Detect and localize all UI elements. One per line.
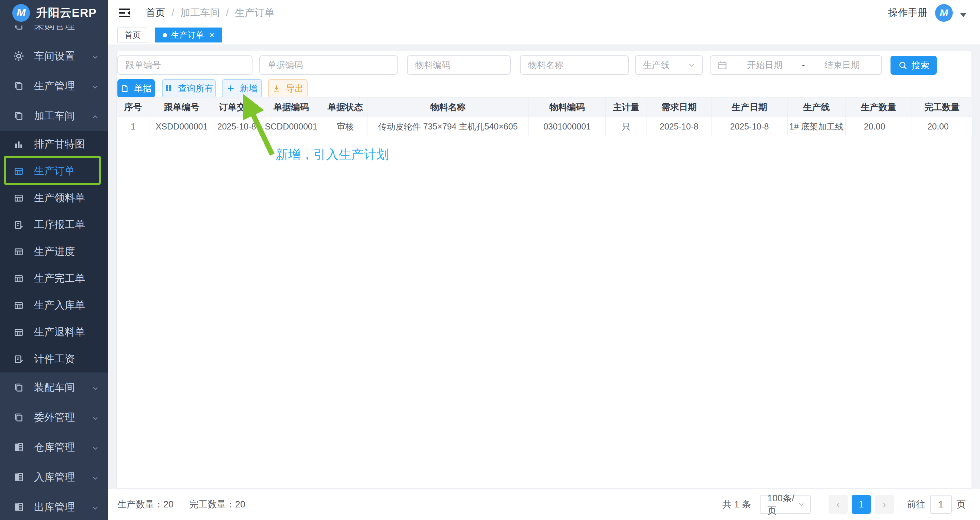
start-date-placeholder: 开始日期 bbox=[732, 59, 797, 71]
page-number-current[interactable]: 1 bbox=[852, 495, 871, 514]
avatar[interactable]: M bbox=[935, 4, 953, 22]
orders-table: 序号 跟单编号 订单交期 单据编码 单据状态 物料名称 物料编码 主计量 需求日… bbox=[117, 97, 972, 136]
prod-qty-total: 生产数量：20 bbox=[118, 498, 173, 510]
sidebar-item-procurement[interactable]: 采购管理 bbox=[0, 25, 108, 41]
col-done-qty: 完工数量 bbox=[912, 98, 972, 117]
ledger-icon bbox=[13, 471, 24, 483]
query-all-button[interactable]: 查询所有 bbox=[162, 79, 216, 98]
chevron-down-icon bbox=[687, 61, 696, 70]
col-material-name: 物料名称 bbox=[368, 98, 529, 117]
date-separator: - bbox=[802, 60, 805, 70]
doc-code-input[interactable] bbox=[259, 55, 398, 75]
total-count: 共 1 条 bbox=[722, 498, 751, 510]
end-date-placeholder: 结束日期 bbox=[810, 59, 875, 71]
chevron-down-icon bbox=[91, 52, 99, 60]
sidebar-item-production-progress[interactable]: 生产进度 bbox=[0, 238, 108, 265]
sidebar-item-gantt[interactable]: 排产甘特图 bbox=[0, 131, 108, 158]
chevron-down-icon bbox=[91, 443, 99, 451]
sidebar-item-warehouse-in-order[interactable]: 生产入库单 bbox=[0, 292, 108, 319]
production-line-select[interactable]: 生产线 bbox=[635, 55, 703, 75]
sidebar: M 升阳云ERP 采购管理 车间设置 生产管理 bbox=[0, 0, 108, 520]
breadcrumb: 首页 / 加工车间 / 生产订单 bbox=[146, 6, 274, 20]
table-icon bbox=[13, 273, 24, 284]
sidebar-item-completion-order[interactable]: 生产完工单 bbox=[0, 265, 108, 292]
documents-icon bbox=[13, 110, 24, 122]
tab-home[interactable]: 首页 bbox=[118, 27, 148, 43]
document-edit-icon bbox=[13, 354, 24, 365]
topbar-right: 操作手册 M bbox=[888, 4, 966, 22]
doc-code-link[interactable]: SCDD000001 bbox=[259, 117, 323, 136]
export-button[interactable]: 导出 bbox=[268, 79, 308, 98]
sidebar-item-outsourcing[interactable]: 委外管理 bbox=[0, 403, 108, 432]
totals: 生产数量：20 完工数量：20 bbox=[118, 498, 245, 510]
col-prod-date: 生产日期 bbox=[711, 98, 788, 117]
logo-icon: M bbox=[12, 4, 30, 22]
done-qty-total: 完工数量：20 bbox=[189, 498, 245, 510]
sidebar-item-process-report[interactable]: 工序报工单 bbox=[0, 211, 108, 238]
ledger-icon bbox=[13, 501, 24, 513]
sidebar-item-outbound-management[interactable]: 出库管理 bbox=[0, 492, 108, 520]
plus-icon bbox=[226, 84, 236, 94]
download-icon bbox=[272, 84, 282, 94]
calendar-icon bbox=[717, 60, 727, 70]
goto-page-input[interactable] bbox=[930, 495, 952, 514]
sidebar-submenu-processing: 排产甘特图 生产订单 生产领料单 工序报工单 bbox=[0, 131, 108, 373]
chevron-down-icon bbox=[91, 384, 99, 392]
sidebar-item-piecework-wages[interactable]: 计件工资 bbox=[0, 346, 108, 373]
gear-icon bbox=[13, 50, 24, 62]
grid-icon bbox=[164, 84, 174, 94]
breadcrumb-separator: / bbox=[226, 7, 229, 18]
doc-button[interactable]: 单据 bbox=[118, 79, 155, 98]
chevron-down-icon bbox=[91, 413, 99, 422]
status-badge: 审核 bbox=[323, 117, 368, 136]
manual-link[interactable]: 操作手册 bbox=[888, 6, 928, 20]
main-panel: 生产线 开始日期 - 结束日期 搜索 bbox=[116, 51, 972, 489]
page-size-select[interactable]: 100条/页 bbox=[760, 495, 811, 514]
sidebar-item-processing-workshop[interactable]: 加工车间 bbox=[0, 101, 108, 131]
chevron-left-icon: ‹ bbox=[837, 499, 840, 510]
sidebar-item-workshop-settings[interactable]: 车间设置 bbox=[0, 41, 108, 71]
sidebar-item-inbound-management[interactable]: 入库管理 bbox=[0, 462, 108, 492]
add-button[interactable]: 新增 bbox=[222, 79, 262, 98]
prev-page-button[interactable]: ‹ bbox=[829, 495, 848, 514]
sidebar-item-warehouse-management[interactable]: 仓库管理 bbox=[0, 432, 108, 462]
date-range-picker[interactable]: 开始日期 - 结束日期 bbox=[710, 55, 882, 75]
sidebar-item-assembly-workshop[interactable]: 装配车间 bbox=[0, 373, 108, 403]
table-row[interactable]: 1 XSDD000001 2025-10-8 SCDD000001 审核 传动皮… bbox=[117, 117, 972, 136]
pagination: 共 1 条 100条/页 ‹ 1 › 前往 页 bbox=[722, 495, 966, 514]
app-title: 升阳云ERP bbox=[36, 5, 97, 21]
active-tab-dot bbox=[163, 33, 167, 37]
col-demand-date: 需求日期 bbox=[647, 98, 711, 117]
app-root: M 升阳云ERP 采购管理 车间设置 生产管理 bbox=[0, 0, 980, 520]
breadcrumb-section[interactable]: 加工车间 bbox=[180, 6, 220, 20]
breadcrumb-home[interactable]: 首页 bbox=[146, 6, 165, 20]
table-icon bbox=[13, 165, 24, 177]
goto-page: 前往 页 bbox=[907, 495, 966, 514]
sidebar-item-material-return[interactable]: 生产退料单 bbox=[0, 319, 108, 346]
sidebar-collapse-icon[interactable] bbox=[118, 6, 131, 20]
material-code-input[interactable] bbox=[407, 55, 511, 75]
breadcrumb-separator: / bbox=[172, 7, 174, 18]
chevron-right-icon: › bbox=[883, 499, 886, 510]
sidebar-item-production-management[interactable]: 生产管理 bbox=[0, 71, 108, 101]
tab-production-order[interactable]: 生产订单 × bbox=[155, 27, 222, 43]
table-icon bbox=[13, 300, 24, 311]
col-prod-qty: 生产数量 bbox=[846, 98, 912, 117]
table-header-row: 序号 跟单编号 订单交期 单据编码 单据状态 物料名称 物料编码 主计量 需求日… bbox=[117, 98, 972, 117]
table-icon bbox=[13, 192, 24, 204]
table-icon bbox=[13, 327, 24, 338]
chevron-down-icon bbox=[797, 500, 805, 509]
documents-icon bbox=[13, 412, 24, 423]
bar-chart-icon bbox=[13, 139, 24, 150]
documents-icon bbox=[13, 25, 24, 31]
sidebar-item-production-order[interactable]: 生产订单 bbox=[0, 158, 108, 185]
close-icon[interactable]: × bbox=[209, 30, 215, 40]
search-button[interactable]: 搜索 bbox=[891, 56, 937, 75]
user-menu-caret-icon[interactable] bbox=[960, 13, 966, 17]
sidebar-item-material-requisition[interactable]: 生产领料单 bbox=[0, 185, 108, 211]
breadcrumb-current: 生产订单 bbox=[235, 6, 274, 20]
tracking-no-input[interactable] bbox=[118, 55, 253, 75]
material-name-input[interactable] bbox=[520, 55, 629, 75]
top-header: 首页 / 加工车间 / 生产订单 操作手册 M bbox=[108, 0, 980, 25]
next-page-button[interactable]: › bbox=[875, 495, 894, 514]
